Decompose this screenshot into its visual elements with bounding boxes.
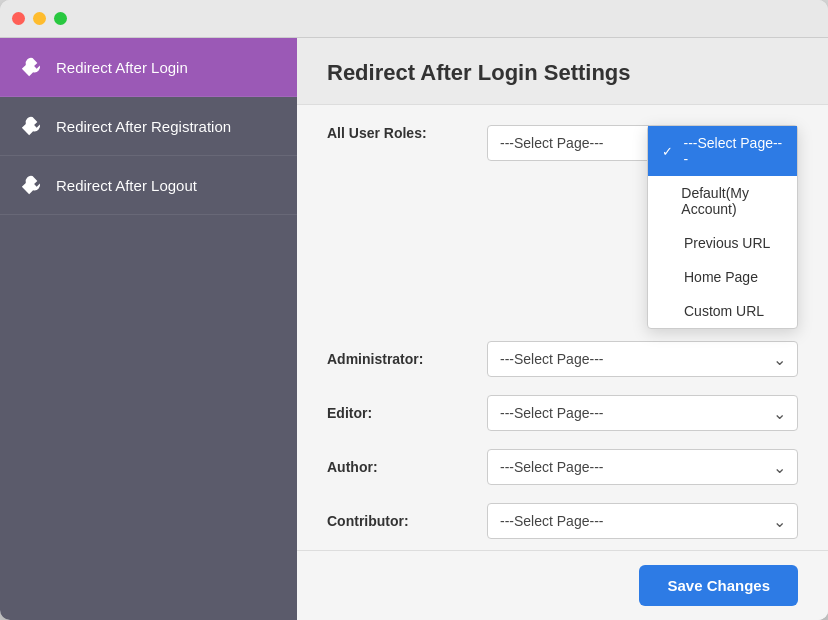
main-panel: Redirect After Login Settings All User R… — [297, 38, 828, 620]
field-label-contributor: Contributor: — [327, 513, 487, 529]
field-row-all-user-roles: All User Roles: ---Select Page--- ✓ ---S… — [327, 125, 798, 161]
editor-select-wrapper: ---Select Page--- ⌄ — [487, 395, 798, 431]
dropdown-option-home-page[interactable]: Home Page — [648, 260, 797, 294]
wrench-icon — [20, 115, 42, 137]
sidebar-item-redirect-after-login[interactable]: Redirect After Login — [0, 38, 297, 97]
wrench-icon — [20, 56, 42, 78]
dropdown-option-previous-url[interactable]: Previous URL — [648, 226, 797, 260]
field-row-contributor: Contributor: ---Select Page--- ⌄ — [327, 503, 798, 539]
check-placeholder — [662, 194, 673, 209]
check-icon: ✓ — [662, 144, 675, 159]
check-placeholder — [662, 236, 676, 251]
check-placeholder — [662, 304, 676, 319]
sidebar-item-redirect-after-registration[interactable]: Redirect After Registration — [0, 97, 297, 156]
panel-body: All User Roles: ---Select Page--- ✓ ---S… — [297, 105, 828, 550]
content-area: Redirect After Login Redirect After Regi… — [0, 38, 828, 620]
editor-select[interactable]: ---Select Page--- — [487, 395, 798, 431]
app-window: Redirect After Login Redirect After Regi… — [0, 0, 828, 620]
sidebar-item-label: Redirect After Login — [56, 59, 188, 76]
check-placeholder — [662, 270, 676, 285]
field-row-administrator: Administrator: ---Select Page--- ⌄ — [327, 341, 798, 377]
field-label-all-user-roles: All User Roles: — [327, 125, 487, 141]
close-button[interactable] — [12, 12, 25, 25]
dropdown-option-custom-url[interactable]: Custom URL — [648, 294, 797, 328]
panel-footer: Save Changes — [297, 550, 828, 620]
author-select-wrapper: ---Select Page--- ⌄ — [487, 449, 798, 485]
save-button[interactable]: Save Changes — [639, 565, 798, 606]
contributor-select[interactable]: ---Select Page--- — [487, 503, 798, 539]
field-label-administrator: Administrator: — [327, 351, 487, 367]
wrench-icon — [20, 174, 42, 196]
sidebar-item-redirect-after-logout[interactable]: Redirect After Logout — [0, 156, 297, 215]
field-row-author: Author: ---Select Page--- ⌄ — [327, 449, 798, 485]
author-select[interactable]: ---Select Page--- — [487, 449, 798, 485]
minimize-button[interactable] — [33, 12, 46, 25]
all-user-roles-select-wrapper: ---Select Page--- ✓ ---Select Page--- De… — [487, 125, 798, 161]
panel-header: Redirect After Login Settings — [297, 38, 828, 105]
sidebar-item-label: Redirect After Registration — [56, 118, 231, 135]
field-label-author: Author: — [327, 459, 487, 475]
field-row-editor: Editor: ---Select Page--- ⌄ — [327, 395, 798, 431]
all-user-roles-dropdown[interactable]: ✓ ---Select Page--- Default(My Account) … — [647, 125, 798, 329]
maximize-button[interactable] — [54, 12, 67, 25]
page-title: Redirect After Login Settings — [327, 60, 798, 86]
contributor-select-wrapper: ---Select Page--- ⌄ — [487, 503, 798, 539]
titlebar — [0, 0, 828, 38]
sidebar-item-label: Redirect After Logout — [56, 177, 197, 194]
administrator-select[interactable]: ---Select Page--- — [487, 341, 798, 377]
field-label-editor: Editor: — [327, 405, 487, 421]
sidebar: Redirect After Login Redirect After Regi… — [0, 38, 297, 620]
dropdown-option-default-my-account[interactable]: Default(My Account) — [648, 176, 797, 226]
dropdown-option-select-page[interactable]: ✓ ---Select Page--- — [648, 126, 797, 176]
administrator-select-wrapper: ---Select Page--- ⌄ — [487, 341, 798, 377]
